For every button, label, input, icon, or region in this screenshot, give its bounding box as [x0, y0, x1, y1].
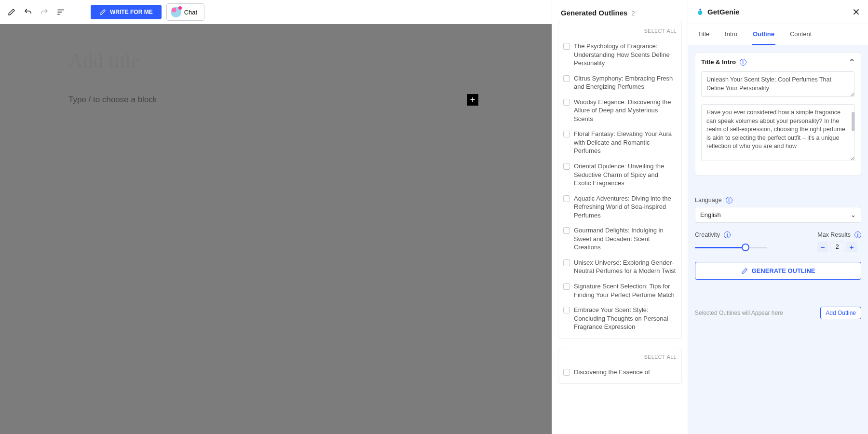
svg-point-0	[698, 11, 703, 15]
pencil-icon	[741, 268, 748, 274]
max-results-stepper: − 2 +	[817, 242, 861, 252]
outline-checkbox[interactable]	[563, 131, 570, 137]
creativity-label: Creativityi	[695, 231, 806, 238]
tab-content[interactable]: Content	[789, 24, 813, 45]
chat-label: Chat	[184, 9, 197, 16]
selected-outlines-placeholder: Selected Outlines will Appear here	[695, 310, 783, 316]
add-outline-button[interactable]: Add Outline	[820, 307, 861, 319]
language-label: Languagei	[695, 197, 861, 203]
edit-icon[interactable]	[6, 6, 17, 18]
info-icon: i	[724, 231, 731, 238]
chat-button[interactable]: Chat	[166, 3, 204, 21]
outline-item-label: Floral Fantasy: Elevating Your Aura with…	[574, 130, 677, 155]
generated-outlines-panel: Generated Outlines 2 SELECT ALLThe Psych…	[552, 0, 688, 434]
outlines-heading: Generated Outlines 2	[552, 0, 688, 22]
chevron-down-icon: ⌄	[851, 211, 856, 218]
outline-checkbox[interactable]	[563, 43, 570, 50]
editor-toolbar: WRITE FOR ME Chat	[0, 0, 552, 24]
outline-item[interactable]: Embrace Your Scent Style: Concluding Tho…	[563, 302, 677, 335]
outline-checkbox[interactable]	[563, 307, 570, 313]
getgenie-icon	[696, 8, 705, 16]
select-all-link[interactable]: SELECT ALL	[563, 26, 677, 39]
outline-item[interactable]: The Psychology of Fragrance: Understandi…	[563, 39, 677, 71]
intro-scrollbar[interactable]	[852, 112, 854, 131]
outline-icon[interactable]	[55, 6, 67, 18]
outline-checkbox[interactable]	[563, 369, 570, 376]
decrement-button[interactable]: −	[817, 242, 828, 252]
increment-button[interactable]: +	[846, 242, 857, 252]
outline-item-label: Citrus Symphony: Embracing Fresh and Ene…	[574, 74, 677, 91]
title-placeholder[interactable]: Add title	[68, 49, 483, 72]
block-placeholder[interactable]: Type / to choose a block	[68, 95, 157, 105]
outline-item-label: Unisex Universe: Exploring Gender-Neutra…	[574, 258, 677, 275]
panel-tabs: TitleIntroOutlineContent	[688, 24, 868, 45]
tab-intro[interactable]: Intro	[724, 24, 738, 45]
outline-item[interactable]: Aquatic Adventures: Diving into the Refr…	[563, 191, 677, 223]
getgenie-panel: GetGenie ✕ TitleIntroOutlineContent Titl…	[688, 0, 868, 434]
title-intro-header[interactable]: Title & Intro i ⌃	[695, 53, 861, 71]
redo-icon[interactable]	[39, 6, 50, 18]
outline-item[interactable]: Floral Fantasy: Elevating Your Aura with…	[563, 126, 677, 159]
tab-outline[interactable]: Outline	[752, 24, 775, 45]
editor-canvas: Add title Type / to choose a block +	[0, 24, 552, 434]
outline-checkbox[interactable]	[563, 283, 570, 290]
language-select[interactable]: English ⌄	[695, 207, 861, 223]
outline-item[interactable]: Discovering the Essence of	[563, 365, 677, 380]
outline-item-label: Aquatic Adventures: Diving into the Refr…	[574, 194, 677, 220]
outline-item-label: The Psychology of Fragrance: Understandi…	[574, 42, 677, 68]
write-for-me-button[interactable]: WRITE FOR ME	[91, 5, 162, 19]
max-results-label: Max Resultsi	[817, 231, 861, 238]
brand: GetGenie	[696, 8, 740, 16]
intro-input[interactable]	[701, 104, 855, 161]
outline-checkbox[interactable]	[563, 99, 570, 106]
outline-item[interactable]: Gourmand Delights: Indulging in Sweet an…	[563, 223, 677, 255]
outline-item[interactable]: Woodsy Elegance: Discovering the Allure …	[563, 95, 677, 127]
max-results-value[interactable]: 2	[830, 242, 844, 252]
chevron-up-icon: ⌃	[849, 57, 855, 67]
outline-item-label: Signature Scent Selection: Tips for Find…	[574, 282, 677, 299]
outline-item-label: Woodsy Elegance: Discovering the Allure …	[574, 98, 677, 123]
undo-icon[interactable]	[22, 6, 34, 18]
outline-item[interactable]: Signature Scent Selection: Tips for Find…	[563, 279, 677, 302]
outline-checkbox[interactable]	[563, 259, 570, 266]
outline-checkbox[interactable]	[563, 195, 570, 202]
creativity-slider[interactable]	[695, 247, 767, 248]
outline-item-label: Embrace Your Scent Style: Concluding Tho…	[574, 306, 677, 331]
pencil-icon	[99, 9, 106, 15]
tab-title[interactable]: Title	[697, 24, 710, 45]
chat-avatar-icon	[171, 7, 181, 17]
info-icon: i	[726, 197, 732, 203]
info-icon: i	[854, 231, 861, 238]
outline-item[interactable]: Citrus Symphony: Embracing Fresh and Ene…	[563, 71, 677, 95]
add-block-button[interactable]: +	[467, 94, 478, 106]
outline-checkbox[interactable]	[563, 75, 570, 82]
info-icon: i	[740, 59, 746, 66]
outline-item[interactable]: Oriental Opulence: Unveiling the Seducti…	[563, 159, 677, 191]
outline-checkbox[interactable]	[563, 163, 570, 170]
close-icon[interactable]: ✕	[852, 6, 860, 18]
outline-checkbox[interactable]	[563, 227, 570, 234]
outline-item-label: Discovering the Essence of	[574, 368, 650, 377]
outline-item-label: Gourmand Delights: Indulging in Sweet an…	[574, 226, 677, 252]
write-for-me-label: WRITE FOR ME	[110, 9, 153, 15]
select-all-link[interactable]: SELECT ALL	[563, 352, 677, 365]
outline-item-label: Oriental Opulence: Unveiling the Seducti…	[574, 162, 677, 188]
outline-item[interactable]: Unisex Universe: Exploring Gender-Neutra…	[563, 255, 677, 279]
generate-outline-button[interactable]: GENERATE OUTLINE	[695, 262, 861, 280]
title-input[interactable]	[701, 71, 855, 97]
